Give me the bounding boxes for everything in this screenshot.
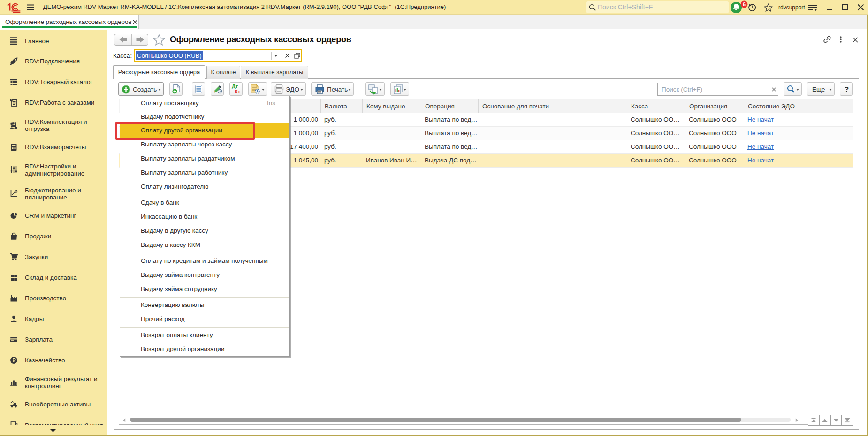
svg-text:6: 6 [743,1,746,7]
